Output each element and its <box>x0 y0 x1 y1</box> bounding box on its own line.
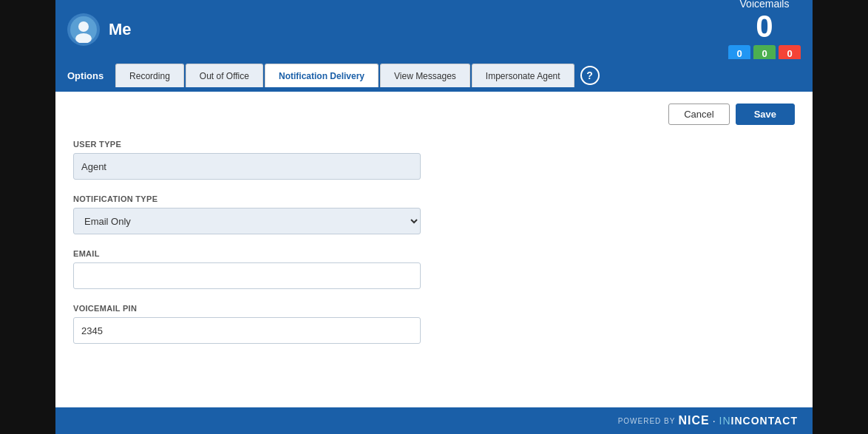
cancel-button[interactable]: Cancel <box>668 104 729 125</box>
email-label: EMAIL <box>73 249 795 258</box>
action-bar: Cancel Save <box>73 104 795 125</box>
avatar <box>67 13 100 46</box>
notification-type-label: NOTIFICATION TYPE <box>73 194 795 203</box>
email-input[interactable] <box>73 262 421 289</box>
header: Me Voicemails 0 0 0 0 <box>55 0 813 59</box>
user-type-group: USER TYPE <box>73 140 795 180</box>
user-type-label: USER TYPE <box>73 140 795 149</box>
tab-recording[interactable]: Recording <box>115 64 184 87</box>
tab-notification-delivery[interactable]: Notification Delivery <box>265 64 379 87</box>
in-text: in <box>719 415 731 427</box>
dot-separator: · <box>713 415 716 427</box>
powered-by-text: POWERED BY <box>618 417 676 425</box>
user-type-input <box>73 153 421 180</box>
voicemail-pin-group: VOICEMAIL PIN <box>73 304 795 344</box>
notification-type-select[interactable]: Email Only SMS Only Email and SMS None <box>73 208 421 234</box>
header-left: Me <box>67 13 132 46</box>
email-group: EMAIL <box>73 249 795 289</box>
voicemails-count: 0 <box>728 11 801 42</box>
footer: POWERED BY NICE · ininContact <box>55 407 813 434</box>
svg-point-1 <box>78 21 89 32</box>
help-button[interactable]: ? <box>580 66 600 85</box>
options-label: Options <box>55 59 115 92</box>
voicemail-pin-label: VOICEMAIL PIN <box>73 304 795 313</box>
username: Me <box>109 20 132 39</box>
incontact-text: ininContact <box>719 415 798 427</box>
powered-by: POWERED BY NICE · ininContact <box>618 414 798 427</box>
save-button[interactable]: Save <box>736 104 795 125</box>
voicemails-panel: Voicemails 0 0 0 0 <box>728 0 801 61</box>
content-area: Cancel Save USER TYPE NOTIFICATION TYPE … <box>55 92 813 407</box>
tab-impersonate-agent[interactable]: Impersonate Agent <box>472 64 574 87</box>
contact-text: inContact <box>731 415 798 427</box>
voicemail-pin-input[interactable] <box>73 317 421 344</box>
notification-type-group: NOTIFICATION TYPE Email Only SMS Only Em… <box>73 194 795 234</box>
nice-text: NICE <box>678 414 709 427</box>
tab-out-of-office[interactable]: Out of Office <box>186 64 263 87</box>
tabs-bar: Options Recording Out of Office Notifica… <box>55 59 813 92</box>
tab-view-messages[interactable]: View Messages <box>380 64 470 87</box>
